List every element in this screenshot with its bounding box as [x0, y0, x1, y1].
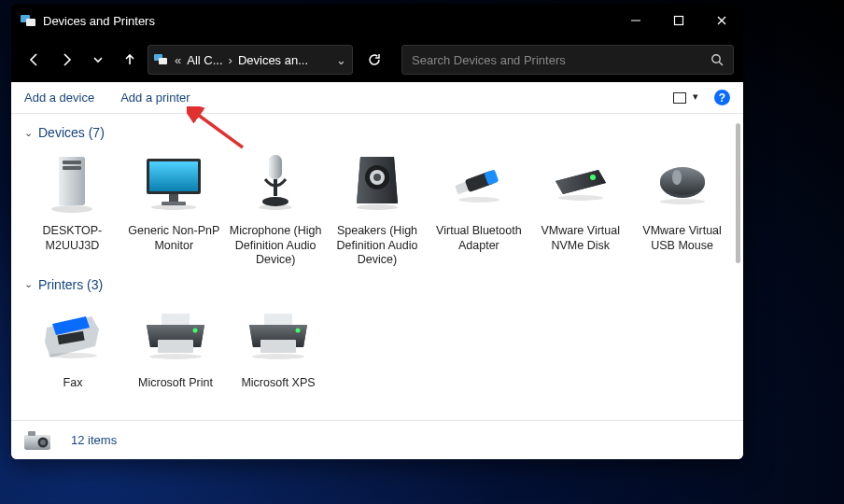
breadcrumb-dropdown-icon[interactable]: ⌄: [336, 53, 346, 67]
view-icon: [673, 92, 686, 104]
item-label: Virtual Bluetooth Adapter: [432, 224, 525, 253]
printer-icon: [244, 301, 313, 371]
svg-point-45: [252, 354, 304, 359]
window: Devices and Printers « All C... ›: [11, 4, 743, 459]
svg-rect-19: [274, 179, 277, 196]
svg-point-4: [712, 55, 720, 63]
svg-point-49: [40, 440, 46, 445]
scrollbar[interactable]: [736, 123, 740, 263]
device-item[interactable]: VMware Virtual NVMe Disk: [532, 146, 628, 272]
device-item[interactable]: DESKTOP-M2UUJ3D: [24, 146, 120, 272]
device-item[interactable]: Microphone (High Definition Audio Device…: [228, 146, 324, 272]
svg-point-41: [149, 354, 202, 359]
item-label: Microsoft XPS: [241, 376, 315, 391]
svg-point-21: [259, 204, 292, 210]
svg-point-24: [373, 174, 381, 181]
item-label: VMware Virtual NVMe Disk: [534, 224, 626, 253]
chevron-down-icon: ⌄: [24, 127, 33, 139]
svg-rect-8: [63, 161, 81, 164]
search-placeholder: Search Devices and Printers: [412, 53, 566, 67]
group-header-printers[interactable]: ⌄ Printers (3): [24, 277, 730, 292]
svg-rect-42: [264, 314, 292, 325]
svg-point-25: [357, 204, 398, 210]
svg-point-37: [49, 353, 97, 358]
refresh-button[interactable]: [360, 46, 388, 74]
search-input[interactable]: Search Devices and Printers: [401, 45, 734, 75]
fax-icon: [38, 301, 107, 371]
svg-point-29: [458, 197, 499, 203]
printer-item[interactable]: Microsoft XPS: [230, 298, 327, 395]
location-icon: [154, 54, 169, 65]
svg-rect-13: [149, 161, 198, 191]
app-icon: [21, 15, 35, 26]
status-count: 12 items: [71, 433, 117, 447]
up-button[interactable]: [116, 46, 144, 74]
add-device-button[interactable]: Add a device: [24, 91, 94, 105]
svg-rect-40: [158, 340, 193, 353]
group-title: Devices (7): [38, 125, 105, 140]
svg-rect-1: [675, 17, 683, 25]
minimize-button[interactable]: [614, 4, 657, 37]
svg-point-16: [151, 204, 196, 210]
svg-rect-9: [63, 166, 81, 170]
mouse-icon: [648, 149, 717, 218]
printer-icon: [141, 301, 210, 371]
view-options-button[interactable]: [673, 92, 701, 104]
item-label: VMware Virtual USB Mouse: [636, 224, 728, 253]
svg-point-34: [672, 170, 682, 185]
disk-icon: [546, 149, 615, 218]
svg-line-5: [719, 62, 723, 65]
svg-point-10: [51, 205, 92, 213]
help-button[interactable]: ?: [714, 90, 730, 105]
bt-adapter-icon: [444, 149, 513, 218]
svg-point-43: [296, 328, 301, 332]
svg-point-39: [193, 328, 198, 332]
svg-rect-14: [169, 194, 178, 202]
svg-point-35: [660, 199, 705, 204]
breadcrumb-part1[interactable]: All C...: [187, 53, 222, 67]
item-label: Speakers (High Definition Audio Device): [331, 224, 424, 268]
breadcrumb-part2[interactable]: Devices an...: [238, 53, 308, 67]
breadcrumb[interactable]: « All C... › Devices an... ⌄: [148, 45, 353, 75]
device-item[interactable]: Speakers (High Definition Audio Device): [330, 146, 426, 272]
window-title: Devices and Printers: [43, 14, 155, 28]
status-bar: 12 items: [11, 420, 743, 459]
command-bar: Add a device Add a printer ?: [11, 82, 743, 114]
item-label: Fax: [63, 376, 83, 391]
mic-icon: [241, 149, 310, 218]
titlebar[interactable]: Devices and Printers: [11, 4, 743, 37]
printers-grid: Fax Microsoft Print: [24, 298, 730, 395]
item-label: Generic Non-PnP Monitor: [128, 224, 220, 253]
svg-point-31: [558, 195, 603, 201]
speaker-icon: [343, 149, 412, 218]
add-printer-button[interactable]: Add a printer: [120, 91, 190, 105]
item-label: Microsoft Print: [138, 376, 213, 391]
devices-grid: DESKTOP-M2UUJ3D Gen: [24, 146, 730, 272]
close-button[interactable]: [700, 4, 743, 37]
forward-button[interactable]: [52, 46, 80, 74]
device-item[interactable]: VMware Virtual USB Mouse: [634, 146, 730, 272]
device-item[interactable]: Generic Non-PnP Monitor: [126, 146, 222, 272]
svg-rect-38: [162, 314, 190, 325]
svg-rect-18: [269, 155, 282, 179]
category-icon: [21, 427, 58, 454]
item-label: Microphone (High Definition Audio Device…: [230, 224, 322, 268]
maximize-button[interactable]: [657, 4, 700, 37]
item-label: DESKTOP-M2UUJ3D: [26, 224, 119, 253]
back-button[interactable]: [21, 46, 49, 74]
svg-point-30: [590, 175, 596, 180]
monitor-icon: [139, 149, 208, 218]
pc-icon: [37, 149, 106, 218]
printer-item[interactable]: Microsoft Print: [127, 298, 224, 395]
item-area[interactable]: ⌄ Devices (7) DESKTOP: [11, 114, 743, 420]
svg-rect-44: [260, 340, 296, 353]
group-title: Printers (3): [38, 277, 103, 292]
content-pane: Add a device Add a printer ? ⌄ Devices (…: [11, 82, 743, 459]
chevron-right-icon: ›: [229, 53, 232, 67]
history-dropdown[interactable]: [84, 46, 112, 74]
device-item[interactable]: Virtual Bluetooth Adapter: [430, 146, 527, 272]
printer-item[interactable]: Fax: [24, 298, 121, 395]
chevron-down-icon: ⌄: [24, 278, 33, 290]
svg-rect-50: [28, 431, 35, 436]
group-header-devices[interactable]: ⌄ Devices (7): [24, 125, 730, 140]
